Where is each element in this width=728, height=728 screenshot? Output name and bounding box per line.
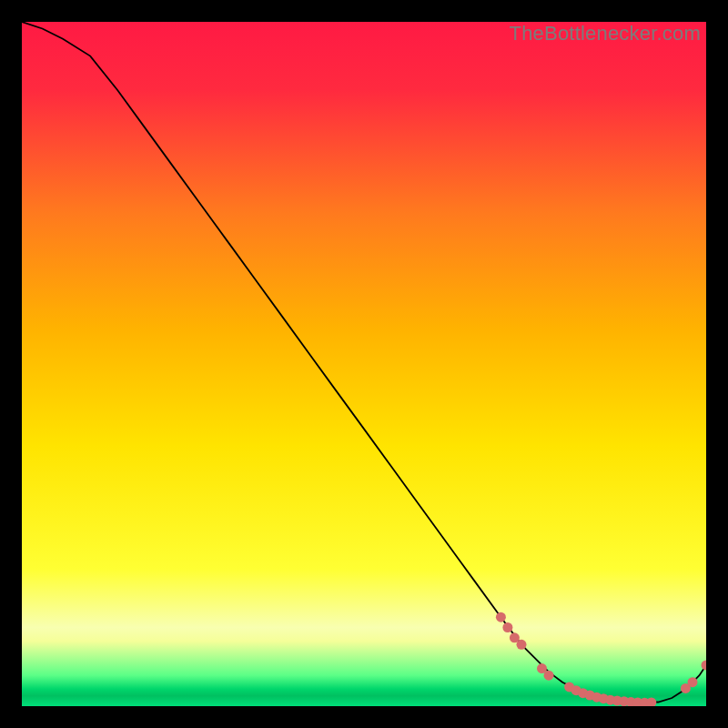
data-marker: [517, 640, 527, 650]
chart-root: TheBottlenecker.com: [0, 0, 728, 728]
bottleneck-chart: [22, 22, 706, 706]
data-marker: [688, 677, 698, 687]
watermark-text: TheBottlenecker.com: [510, 22, 701, 46]
data-marker: [496, 612, 506, 622]
data-marker: [502, 622, 512, 632]
data-marker: [544, 671, 554, 681]
gradient-background: [22, 22, 706, 706]
